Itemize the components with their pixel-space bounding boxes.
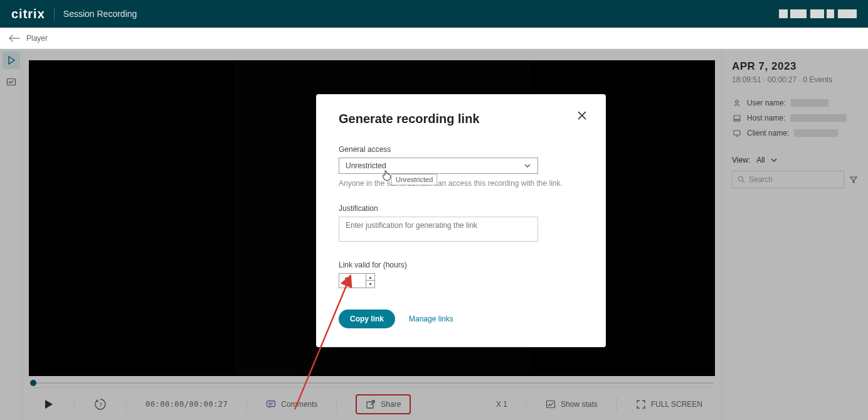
close-button[interactable]	[574, 108, 590, 123]
main-area: 7 00:00:00/00:00:27 Comments Share X 1	[0, 49, 868, 420]
link-valid-label: Link valid for (hours)	[339, 261, 583, 269]
copy-link-button[interactable]: Copy link	[339, 310, 395, 328]
top-header: citrix Session Recording	[0, 0, 868, 28]
link-valid-stepper[interactable]: ▲ ▼	[339, 273, 583, 288]
general-access-select[interactable]: Unrestricted	[339, 158, 538, 174]
general-access-help: Anyone in the same domain can access thi…	[339, 179, 583, 188]
stepper-up[interactable]: ▲	[366, 274, 374, 281]
link-valid-input[interactable]	[339, 273, 366, 288]
chevron-down-icon	[524, 163, 531, 169]
manage-links-link[interactable]: Manage links	[409, 315, 453, 323]
generate-link-modal: Generate recording link General access U…	[316, 94, 606, 347]
breadcrumb-player[interactable]: Player	[26, 34, 48, 43]
header-right-redacted	[779, 9, 857, 18]
general-access-value: Unrestricted	[346, 161, 386, 170]
brand-separator	[54, 8, 55, 20]
brand-logo: citrix	[11, 7, 45, 21]
general-access-label: General access	[339, 145, 583, 154]
stepper-down[interactable]: ▼	[366, 281, 374, 288]
justification-label: Justification	[339, 204, 583, 213]
justification-input[interactable]	[339, 217, 538, 242]
breadcrumb-row: Player	[0, 28, 868, 49]
back-icon[interactable]	[9, 34, 20, 43]
modal-title: Generate recording link	[339, 112, 583, 126]
dropdown-tooltip: Unrestricted	[391, 174, 437, 185]
product-name: Session Recording	[63, 9, 137, 19]
